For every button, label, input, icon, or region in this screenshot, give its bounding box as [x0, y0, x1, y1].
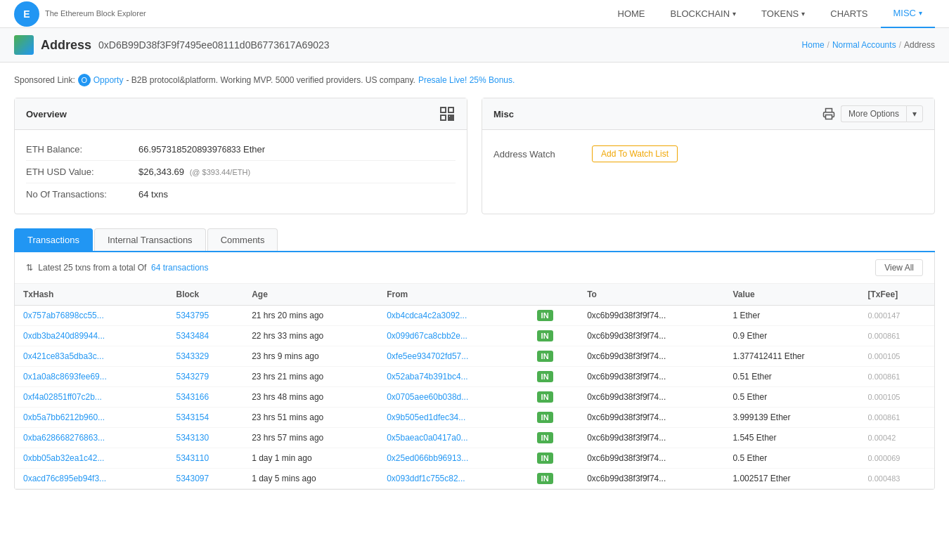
age-cell: 1 day 5 mins ago	[243, 469, 378, 489]
direction-badge: IN	[537, 452, 553, 464]
block-link[interactable]: 5343166	[176, 392, 209, 402]
value-cell: 1.545 Ether	[724, 428, 859, 448]
tx-hash-cell: 0xdb3ba240d89944...	[15, 326, 167, 346]
breadcrumb-normal-accounts[interactable]: Normal Accounts	[832, 40, 896, 50]
tx-hash-link[interactable]: 0xdb3ba240d89944...	[23, 331, 105, 341]
col-value: Value	[724, 284, 859, 306]
to-cell: 0xc6b99d38f3f9f74...	[579, 367, 724, 387]
to-cell: 0xc6b99d38f3f9f74...	[579, 387, 724, 408]
tx-hash-link[interactable]: 0xba628668276863...	[23, 433, 105, 443]
more-options-button[interactable]: More Options	[841, 105, 906, 122]
block-link[interactable]: 5343154	[176, 412, 209, 422]
block-link[interactable]: 5343097	[176, 474, 209, 483]
block-link[interactable]: 5343279	[176, 372, 209, 382]
direction-badge: IN	[537, 330, 553, 341]
sort-icon: ⇅	[26, 263, 33, 273]
direction-badge: IN	[537, 310, 553, 321]
tab-bar: Transactions Internal Transactions Comme…	[14, 228, 935, 252]
tx-hash-link[interactable]: 0xf4a02851ff07c2b...	[23, 392, 102, 402]
from-link[interactable]: 0x099d67ca8cbb2e...	[387, 331, 467, 341]
fee-value: 0.000069	[867, 454, 900, 462]
qr-code-icon[interactable]	[439, 105, 456, 122]
from-cell: 0x099d67ca8cbb2e...	[378, 326, 528, 346]
tab-comments[interactable]: Comments	[207, 228, 278, 251]
nav-misc[interactable]: MISC ▾	[881, 0, 936, 28]
add-to-watchlist-button[interactable]: Add To Watch List	[592, 145, 678, 162]
blockchain-chevron-icon: ▾	[732, 10, 736, 18]
tx-hash-link[interactable]: 0xbb05ab32ea1c42...	[23, 453, 104, 463]
to-cell: 0xc6b99d38f3f9f74...	[579, 326, 724, 346]
view-all-button[interactable]: View All	[875, 259, 923, 276]
sponsored-cta[interactable]: Presale Live! 25% Bonus.	[418, 75, 515, 85]
breadcrumb-bar: Address 0xD6B99D38f3F9f7495ee08111d0B677…	[0, 28, 949, 63]
from-link[interactable]: 0x25ed066bb96913...	[387, 453, 468, 463]
tx-hash-cell: 0x421ce83a5dba3c...	[15, 346, 167, 367]
to-cell: 0xc6b99d38f3f9f74...	[579, 306, 724, 326]
page-title-area: Address 0xD6B99D38f3F9f7495ee08111d0B677…	[14, 35, 330, 55]
address-watch-row: Address Watch Add To Watch List	[493, 138, 923, 169]
nav-charts[interactable]: CHARTS	[818, 0, 880, 28]
print-icon[interactable]	[822, 108, 835, 120]
table-row: 0xdb3ba240d89944... 5343484 22 hrs 33 mi…	[15, 326, 934, 346]
block-cell: 5343130	[167, 428, 243, 448]
table-row: 0x421ce83a5dba3c... 5343329 23 hrs 9 min…	[15, 346, 934, 367]
block-cell: 5343329	[167, 346, 243, 367]
misc-header-icons: More Options ▾	[822, 105, 923, 122]
block-cell: 5343484	[167, 326, 243, 346]
svg-rect-2	[441, 115, 446, 120]
block-link[interactable]: 5343795	[176, 311, 209, 320]
from-link[interactable]: 0x0705aee60b038d...	[387, 392, 468, 402]
block-link[interactable]: 5343484	[176, 331, 209, 341]
more-options-caret-button[interactable]: ▾	[906, 105, 923, 122]
fee-value: 0.000861	[867, 372, 900, 381]
eth-balance-value: 66.957318520893976833 Ether	[138, 144, 265, 155]
nav-blockchain[interactable]: BLOCKCHAIN ▾	[658, 0, 749, 28]
from-link[interactable]: 0x52aba74b391bc4...	[387, 372, 467, 382]
fee-cell: 0.000483	[859, 469, 934, 489]
from-link[interactable]: 0x5baeac0a0417a0...	[387, 433, 467, 443]
direction-cell: IN	[529, 346, 579, 367]
tab-transactions[interactable]: Transactions	[14, 228, 93, 251]
from-link[interactable]: 0xfe5ee934702fd57...	[387, 351, 468, 361]
tx-hash-cell: 0xb5a7bb6212b960...	[15, 408, 167, 428]
sponsored-banner: Sponsored Link: O Opporty - B2B protocol…	[14, 74, 935, 86]
value-cell: 0.51 Ether	[724, 367, 859, 387]
eth-usd-row: ETH USD Value: $26,343.69 (@ $393.44/ETH…	[26, 161, 456, 183]
sponsored-link[interactable]: Opporty	[93, 75, 124, 85]
from-link[interactable]: 0xb4cdca4c2a3092...	[387, 311, 467, 320]
breadcrumb-current: Address	[904, 40, 935, 50]
fee-cell: 0.000147	[859, 306, 934, 326]
table-row: 0xf4a02851ff07c2b... 5343166 23 hrs 48 m…	[15, 387, 934, 408]
to-cell: 0xc6b99d38f3f9f74...	[579, 469, 724, 489]
eth-rate: (@ $393.44/ETH)	[190, 168, 250, 176]
page-title: Address	[41, 38, 91, 53]
direction-badge: IN	[537, 351, 553, 362]
tx-hash-link[interactable]: 0xb5a7bb6212b960...	[23, 412, 105, 422]
tx-hash-link[interactable]: 0xacd76c895eb94f3...	[23, 474, 106, 483]
table-row: 0xacd76c895eb94f3... 5343097 1 day 5 min…	[15, 469, 934, 489]
to-cell: 0xc6b99d38f3f9f74...	[579, 448, 724, 469]
svg-rect-0	[441, 108, 446, 112]
tx-hash-link[interactable]: 0x757ab76898cc55...	[23, 311, 104, 320]
fee-cell: 0.000069	[859, 448, 934, 469]
block-link[interactable]: 5343329	[176, 351, 209, 361]
breadcrumb-home[interactable]: Home	[802, 40, 825, 50]
age-cell: 23 hrs 57 mins ago	[243, 428, 378, 448]
tx-hash-link[interactable]: 0x421ce83a5dba3c...	[23, 351, 104, 361]
total-tx-link[interactable]: 64 transactions	[151, 263, 208, 273]
eth-balance-label: ETH Balance:	[26, 144, 138, 155]
more-options-group: More Options ▾	[841, 105, 923, 122]
tab-internal-transactions[interactable]: Internal Transactions	[94, 228, 206, 251]
from-link[interactable]: 0x9b505ed1dfec34...	[387, 412, 465, 422]
nav-home[interactable]: HOME	[605, 0, 658, 28]
col-from: From	[378, 284, 528, 306]
from-link[interactable]: 0x093ddf1c755c82...	[387, 474, 465, 483]
value-cell: 0.9 Ether	[724, 326, 859, 346]
block-cell: 5343154	[167, 408, 243, 428]
table-header-row: TxHash Block Age From To Value [TxFee]	[15, 284, 934, 306]
tx-hash-cell: 0xbb05ab32ea1c42...	[15, 448, 167, 469]
tx-hash-link[interactable]: 0x1a0a8c8693fee69...	[23, 372, 107, 382]
block-link[interactable]: 5343130	[176, 433, 209, 443]
nav-tokens[interactable]: TOKENS ▾	[749, 0, 818, 28]
block-link[interactable]: 5343110	[176, 453, 209, 463]
